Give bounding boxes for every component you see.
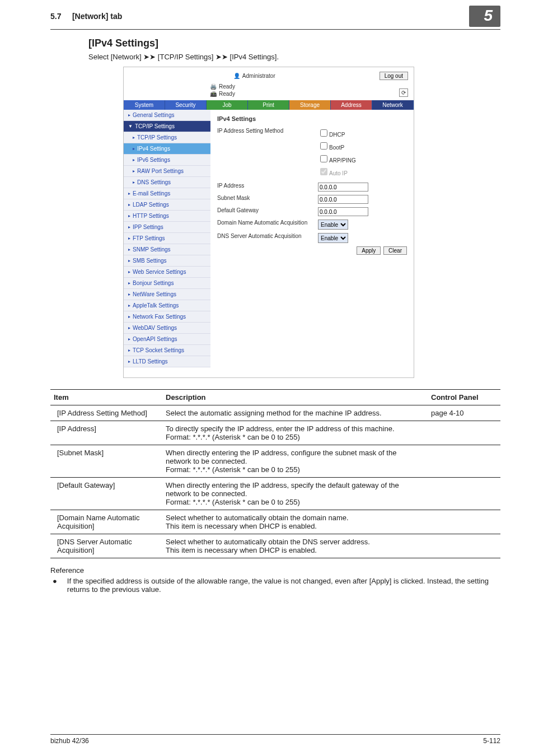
ready-1: Ready (219, 83, 235, 90)
sidebar-item[interactable]: Network Fax Settings (124, 311, 210, 323)
scanner-icon: 📠 (210, 91, 217, 97)
settings-panel: IPv4 Settings IP Address Setting Method … (210, 110, 414, 367)
domain-acq-label: Domain Name Automatic Acquisition (217, 220, 318, 226)
tab-print[interactable]: Print (248, 100, 289, 110)
bootp-checkbox[interactable]: BootP (318, 141, 356, 151)
reference-item: ● If the specified address is outside of… (53, 577, 500, 594)
ip-method-label: IP Address Setting Method (217, 128, 318, 134)
domain-acq-select[interactable]: Enable (318, 220, 348, 230)
page-header: 5.7 [Network] tab 5 (50, 0, 500, 30)
footer-right: 5-112 (483, 737, 500, 745)
sidebar-item[interactable]: AppleTalk Settings (124, 300, 210, 311)
bullet-icon: ● (53, 577, 57, 594)
col-desc: Description (162, 390, 428, 405)
tab-job[interactable]: Job (207, 100, 248, 110)
gateway-input[interactable] (318, 207, 368, 216)
tab-storage[interactable]: Storage (289, 100, 331, 110)
logout-button[interactable]: Log out (380, 72, 408, 80)
dns-acq-label: DNS Server Automatic Acquisition (217, 233, 318, 239)
ip-address-input[interactable] (318, 183, 368, 192)
sidebar-item[interactable]: TCP/IP Settings (124, 121, 210, 132)
ready-2: Ready (219, 91, 235, 97)
table-row: [Domain Name Automatic Acquisition]Selec… (50, 510, 500, 534)
admin-screenshot: 👤 Administrator Log out 🖨️Ready 📠Ready ⟳… (123, 67, 414, 378)
sidebar-item[interactable]: NetWare Settings (124, 289, 210, 300)
sidebar-item[interactable]: OpenAPI Settings (124, 334, 210, 345)
reference-text: If the specified address is outside of t… (67, 577, 500, 594)
ip-address-label: IP Address (217, 183, 318, 189)
table-row: [IP Address]To directly specify the IP a… (50, 421, 500, 445)
sidebar: General SettingsTCP/IP SettingsTCP/IP Se… (124, 110, 210, 367)
tab-address[interactable]: Address (331, 100, 372, 110)
sidebar-item[interactable]: LLTD Settings (124, 356, 210, 367)
breadcrumb: Select [Network] ➤➤ [TCP/IP Settings] ➤➤… (88, 53, 500, 61)
arpping-checkbox[interactable]: ARP/PING (318, 153, 356, 164)
dns-acq-select[interactable]: Enable (318, 233, 348, 243)
clear-button[interactable]: Clear (383, 246, 407, 255)
table-row: [DNS Server Automatic Acquisition]Select… (50, 534, 500, 558)
sidebar-item[interactable]: DNS Settings (124, 177, 210, 188)
table-row: [IP Address Setting Method]Select the au… (50, 405, 500, 421)
dhcp-checkbox[interactable]: DHCP (318, 128, 356, 138)
top-tabbar: SystemSecurityJobPrintStorageAddressNetw… (124, 100, 414, 110)
sidebar-item[interactable]: TCP Socket Settings (124, 345, 210, 356)
description-table: Item Description Control Panel [IP Addre… (50, 389, 500, 558)
footer-left: bizhub 42/36 (50, 737, 89, 745)
sidebar-item[interactable]: HTTP Settings (124, 211, 210, 222)
tab-system[interactable]: System (124, 100, 165, 110)
sidebar-item[interactable]: Bonjour Settings (124, 278, 210, 289)
sidebar-item[interactable]: SNMP Settings (124, 244, 210, 255)
chapter-badge: 5 (469, 6, 500, 27)
subnet-label: Subnet Mask (217, 195, 318, 201)
sidebar-item[interactable]: IPv6 Settings (124, 155, 210, 166)
sidebar-item[interactable]: IPP Settings (124, 222, 210, 233)
sidebar-item[interactable]: SMB Settings (124, 255, 210, 267)
sidebar-item[interactable]: IPv4 Settings (124, 143, 210, 155)
reference-heading: Reference (50, 566, 500, 575)
page-title: [IPv4 Settings] (88, 38, 500, 49)
sidebar-item[interactable]: FTP Settings (124, 233, 210, 244)
sidebar-item[interactable]: RAW Port Settings (124, 166, 210, 177)
admin-label: Administrator (242, 73, 275, 79)
page-footer: bizhub 42/36 5-112 (50, 734, 500, 745)
sidebar-item[interactable]: LDAP Settings (124, 199, 210, 211)
gateway-label: Default Gateway (217, 207, 318, 213)
table-row: [Default Gateway]When directly entering … (50, 478, 500, 510)
sidebar-item[interactable]: General Settings (124, 110, 210, 121)
sidebar-item[interactable]: E-mail Settings (124, 188, 210, 199)
section-number: 5.7 (50, 12, 61, 21)
sidebar-item[interactable]: TCP/IP Settings (124, 132, 210, 143)
printer-icon: 🖨️ (210, 83, 217, 90)
subnet-input[interactable] (318, 195, 368, 204)
table-row: [Subnet Mask]When directly entering the … (50, 445, 500, 478)
tab-network[interactable]: Network (372, 100, 414, 110)
col-item: Item (50, 390, 162, 405)
apply-button[interactable]: Apply (357, 246, 381, 255)
section-name: [Network] tab (72, 12, 122, 21)
autoip-checkbox[interactable]: Auto IP (318, 166, 356, 177)
panel-title: IPv4 Settings (217, 115, 407, 122)
sidebar-item[interactable]: Web Service Settings (124, 267, 210, 278)
sidebar-item[interactable]: WebDAV Settings (124, 323, 210, 334)
refresh-button[interactable]: ⟳ (399, 88, 408, 97)
user-icon: 👤 (233, 73, 240, 79)
tab-security[interactable]: Security (165, 100, 207, 110)
col-cp: Control Panel (428, 390, 500, 405)
